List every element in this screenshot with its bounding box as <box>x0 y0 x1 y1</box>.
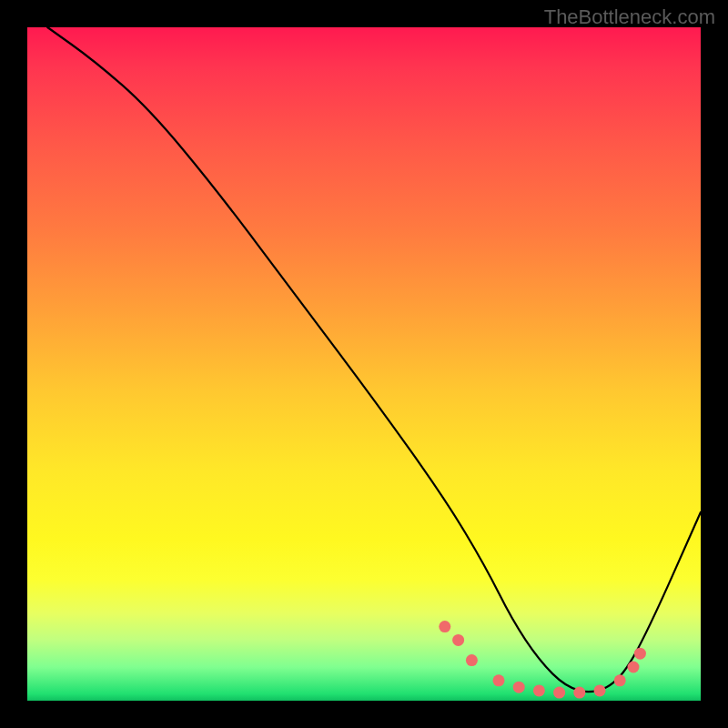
marker-dot <box>466 654 478 666</box>
marker-dot <box>553 687 565 699</box>
marker-dot <box>533 684 545 696</box>
marker-dot <box>634 648 646 660</box>
chart-svg <box>27 27 701 701</box>
plot-area <box>27 27 701 701</box>
marker-dot <box>614 674 626 686</box>
watermark-text: TheBottleneck.com <box>544 5 715 29</box>
marker-dot <box>573 687 585 699</box>
marker-dot <box>594 684 606 696</box>
marker-dot <box>493 674 505 686</box>
marker-dot <box>628 662 640 673</box>
bottleneck-curve <box>47 27 701 692</box>
marker-dot <box>452 634 464 646</box>
marker-dot <box>439 621 450 632</box>
marker-group <box>439 621 646 699</box>
marker-dot <box>513 682 525 693</box>
